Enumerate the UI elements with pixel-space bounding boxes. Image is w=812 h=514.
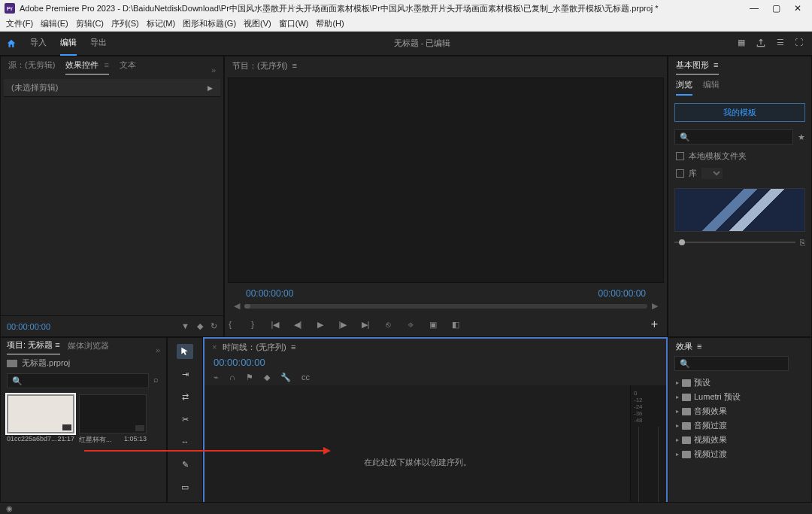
media-browser-tab[interactable]: 媒体浏览器 [68,340,109,354]
menu-markers[interactable]: 标记(M) [147,18,176,29]
favorite-icon[interactable]: ★ [798,132,805,142]
template-thumbnail[interactable] [674,188,805,232]
timeline-close-icon[interactable]: × [212,342,217,351]
menu-file[interactable]: 文件(F) [6,18,33,29]
program-tab[interactable]: 节目：(无序列) ≡ [232,60,297,71]
mark-in-icon[interactable]: { [225,319,235,330]
timeline-timecode[interactable]: 00:00:00:00 [205,355,666,370]
menu-view[interactable]: 视图(V) [244,18,271,29]
egp-tab-edit[interactable]: 编辑 [703,79,720,96]
project-tab[interactable]: 项目: 无标题 ≡ [7,339,60,354]
go-to-out-icon[interactable]: ▶| [360,319,371,330]
tab-effect-controls[interactable]: 效果控件 ≡ [65,59,108,75]
menu-edit[interactable]: 编辑(E) [41,18,68,29]
effects-title[interactable]: 效果 ≡ [676,341,702,352]
extract-icon[interactable]: ⎆ [405,319,416,330]
step-forward-icon[interactable]: |▶ [338,319,348,330]
effects-folder-video-trans[interactable]: ▸视频过渡 [668,447,811,461]
home-button[interactable] [0,32,23,56]
linked-selection-icon[interactable]: ∩ [229,373,235,382]
project-search-input[interactable] [7,373,149,388]
panel-overflow-icon[interactable]: » [211,65,216,75]
quick-export-icon[interactable]: ▦ [738,38,745,50]
menu-clip[interactable]: 剪辑(C) [76,18,104,29]
snapshot-icon[interactable]: ▣ [428,319,438,330]
egp-search-input[interactable] [674,129,793,144]
share-icon[interactable] [756,38,766,50]
close-button[interactable]: ✕ [794,3,801,14]
project-clip-1[interactable]: 01cc225a6bd7...21:17 [7,394,74,443]
source-timecode[interactable]: 00:00:00:00 [7,322,50,331]
snap-icon[interactable]: ⌁ [214,373,219,382]
menu-window[interactable]: 窗口(W) [279,18,309,29]
timeline-tab[interactable]: 时间线：(无序列) ≡ [223,342,295,353]
effects-folder-audio-trans[interactable]: ▸音频过渡 [668,418,811,433]
keyframe-icon[interactable]: ◆ [197,321,203,331]
filter-icon[interactable]: ▼ [181,321,189,331]
library-checkbox[interactable] [676,169,684,178]
razor-tool[interactable]: ✂ [177,412,193,427]
tab-import[interactable]: 导入 [30,32,47,56]
settings-icon[interactable]: 🔧 [280,373,291,382]
zoom-out-icon[interactable]: ◀ [234,301,240,311]
bypass-icon[interactable]: ↻ [211,321,217,331]
go-to-in-icon[interactable]: |◀ [270,319,280,330]
step-back-icon[interactable]: ◀| [292,319,303,330]
slip-tool[interactable]: ↔ [177,434,193,449]
program-viewport[interactable] [228,78,664,283]
effects-folder-presets[interactable]: ▸预设 [668,376,811,390]
library-select[interactable] [701,168,723,179]
comparison-icon[interactable]: ◧ [450,319,461,330]
cc-icon[interactable]: ◉ [6,504,13,512]
effects-folder-audio-fx[interactable]: ▸音频效果 [668,404,811,418]
menu-graphics[interactable]: 图形和标题(G) [183,18,236,29]
annotation-arrow [84,450,325,452]
clip-thumbnail[interactable] [79,394,147,433]
workspace-menu-icon[interactable]: ☰ [777,38,784,50]
add-marker-icon[interactable]: ⚑ [246,373,253,382]
effects-search-input[interactable] [674,356,789,371]
timeline-drop-hint: 在此处放下媒体以创建序列。 [364,457,471,468]
my-templates-button[interactable]: 我的模板 [674,103,805,122]
tab-export[interactable]: 导出 [90,32,107,56]
tool-palette: ⇥ ⇄ ✂ ↔ ✎ ▭ ✋ T [167,337,203,514]
thumbnail-size-slider[interactable] [674,242,795,243]
menu-sequence[interactable]: 序列(S) [111,18,139,29]
program-zoom-slider[interactable] [244,304,647,309]
caption-icon[interactable]: cc [301,373,310,382]
maximize-button[interactable]: ▢ [772,3,780,14]
tab-text[interactable]: 文本 [120,59,136,75]
install-mogrt-icon[interactable]: ⎘ [800,238,805,247]
pen-tool[interactable]: ✎ [177,457,193,472]
play-icon[interactable]: ▶ [315,319,326,330]
project-clip-2[interactable]: 红星杯有...1:05:13 [79,394,147,445]
fullscreen-icon[interactable]: ⛶ [795,38,803,50]
lift-icon[interactable]: ⎋ [383,319,393,330]
project-search-icon[interactable]: ⌕ [152,373,160,388]
status-bar: ◉ [0,502,812,514]
program-timecode-right[interactable]: 00:00:00:00 [598,288,646,299]
panel-menu-icon[interactable]: ≡ [102,60,108,69]
egp-tab-browse[interactable]: 浏览 [676,79,692,96]
marker-icon[interactable]: ◆ [264,373,270,382]
panel-overflow-icon[interactable]: » [156,345,160,354]
menu-help[interactable]: 帮助(H) [316,18,344,29]
program-timecode-left[interactable]: 00:00:00:00 [246,288,293,299]
rectangle-tool[interactable]: ▭ [177,479,193,494]
effects-folder-lumetri[interactable]: ▸Lumetri 预设 [668,390,811,404]
minimize-button[interactable]: — [750,3,759,14]
tab-edit[interactable]: 编辑 [60,32,77,56]
local-folder-checkbox[interactable] [676,152,684,160]
track-select-tool[interactable]: ⇥ [177,366,193,382]
zoom-in-icon[interactable]: ▶ [652,301,658,311]
clip-thumbnail[interactable] [7,394,74,433]
mark-out-icon[interactable]: } [247,319,258,330]
timeline-tracks-area[interactable]: 在此处放下媒体以创建序列。 0 -12 -24 -36 -48 dB [205,385,666,514]
ripple-edit-tool[interactable]: ⇄ [177,389,193,404]
selection-tool[interactable] [177,344,193,359]
tab-source[interactable]: 源：(无剪辑) [8,59,55,75]
effects-folder-video-fx[interactable]: ▸视频效果 [668,433,811,447]
expand-icon[interactable]: ▶ [208,84,213,92]
effect-no-clip-row: (未选择剪辑) ▶ [4,79,220,96]
button-editor-icon[interactable]: + [651,318,658,331]
